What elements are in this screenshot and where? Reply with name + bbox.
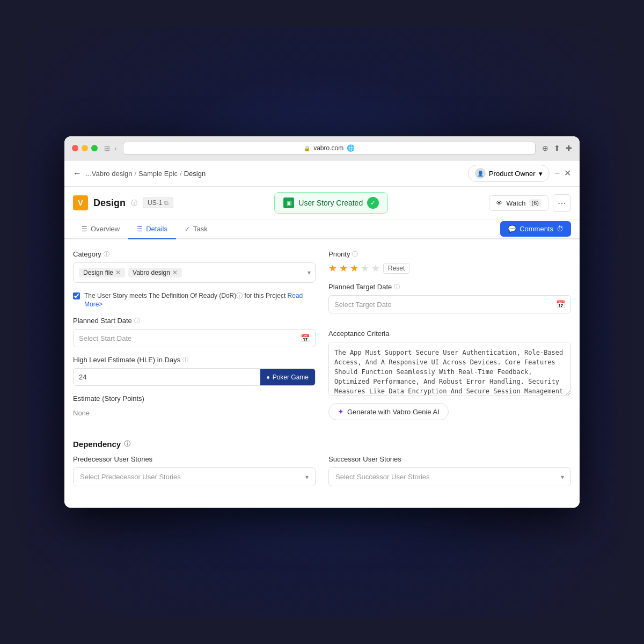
dor-checkbox[interactable] bbox=[73, 292, 80, 299]
dependency-info-icon[interactable]: ⓘ bbox=[124, 440, 130, 449]
share-icon[interactable]: ⬆ bbox=[554, 144, 560, 152]
more-options-button[interactable]: ⋯ bbox=[553, 194, 571, 212]
generate-ai-button[interactable]: ✦ Generate with Vabro Genie AI bbox=[328, 403, 449, 420]
poker-icon: ♦ bbox=[267, 374, 270, 381]
start-date-label-text: Planned Start Date bbox=[73, 317, 132, 325]
breadcrumb-vabro-design[interactable]: ...Vabro design bbox=[86, 170, 132, 178]
star-3[interactable]: ★ bbox=[350, 262, 358, 274]
dependency-title: Dependency ⓘ bbox=[73, 440, 571, 449]
hle-value-input[interactable] bbox=[74, 369, 260, 385]
dor-form-group: The User Story meets The Definition Of R… bbox=[73, 291, 316, 308]
priority-reset-button[interactable]: Reset bbox=[383, 263, 409, 274]
watch-count: (6) bbox=[529, 199, 541, 207]
read-more-link[interactable]: Read More> bbox=[84, 292, 303, 308]
star-2[interactable]: ★ bbox=[339, 262, 348, 274]
poker-game-button[interactable]: ♦ Poker Game bbox=[260, 369, 315, 385]
star-5[interactable]: ★ bbox=[371, 262, 380, 274]
predecessor-dropdown[interactable]: Select Predecessor User Stories ▾ bbox=[73, 467, 316, 486]
successor-section: Successor User Stories Select Successor … bbox=[328, 455, 571, 486]
category-label: Category ⓘ bbox=[73, 250, 316, 258]
new-tab-icon[interactable]: ✚ bbox=[566, 144, 572, 152]
minimize-traffic-light[interactable] bbox=[82, 145, 88, 151]
story-icon: ▣ bbox=[283, 197, 294, 208]
breadcrumb-sample-epic[interactable]: Sample Epic bbox=[138, 170, 178, 178]
tab-overview-label: Overview bbox=[91, 225, 120, 233]
estimate-label-text: Estimate (Story Points) bbox=[73, 394, 144, 402]
tab-task[interactable]: ✓ Task bbox=[176, 219, 216, 239]
download-icon[interactable]: ⊕ bbox=[542, 144, 548, 152]
tab-details-label: Details bbox=[146, 225, 167, 233]
copy-icon[interactable]: ⧉ bbox=[164, 200, 169, 207]
page-header: V Design ⓘ US-1 ⧉ ▣ User Story Created ✓… bbox=[64, 187, 580, 219]
breadcrumb-separator-2: / bbox=[180, 170, 182, 178]
back-arrow-icon[interactable]: ← bbox=[73, 169, 82, 178]
success-banner: ▣ User Story Created ✓ bbox=[274, 192, 388, 214]
category-dropdown-arrow: ▾ bbox=[308, 269, 311, 276]
remove-vabro-design-icon[interactable]: ✕ bbox=[172, 269, 178, 276]
tag-vabro-design-text: Vabro design bbox=[133, 269, 170, 276]
acceptance-label: Acceptance Criteria bbox=[328, 330, 571, 338]
back-browser-icon[interactable]: ‹ bbox=[114, 144, 116, 152]
comments-button[interactable]: 💬 Comments ⏱ bbox=[500, 221, 571, 237]
details-tab-icon: ☰ bbox=[137, 225, 143, 233]
generate-label: Generate with Vabro Genie AI bbox=[347, 408, 440, 416]
maximize-traffic-light[interactable] bbox=[91, 145, 98, 151]
priority-info-icon[interactable]: ⓘ bbox=[352, 250, 358, 258]
acceptance-criteria-textarea[interactable]: The App Must Support Secure User Authent… bbox=[328, 342, 571, 396]
acceptance-form-group: Acceptance Criteria The App Must Support… bbox=[328, 330, 571, 420]
traffic-lights bbox=[72, 145, 98, 151]
tab-overview[interactable]: ☰ Overview bbox=[73, 219, 128, 239]
star-4[interactable]: ★ bbox=[361, 262, 369, 274]
close-icon[interactable]: ✕ bbox=[564, 169, 571, 178]
dor-info-icon[interactable]: ⓘ bbox=[236, 292, 243, 299]
browser-window: ⊞ ‹ 🔒 vabro.com 🌐 ⊕ ⬆ ✚ ← ...Vabro desig… bbox=[64, 136, 580, 508]
star-1[interactable]: ★ bbox=[328, 262, 337, 274]
priority-label: Priority ⓘ bbox=[328, 250, 571, 258]
comments-timer-icon: ⏱ bbox=[557, 225, 564, 233]
acceptance-label-text: Acceptance Criteria bbox=[328, 330, 389, 338]
hle-label-text: High Level Estimate (HLE) in Days bbox=[73, 356, 180, 364]
success-checkmark-icon: ✓ bbox=[367, 197, 379, 209]
tabs: ☰ Overview ☰ Details ✓ Task bbox=[73, 219, 216, 238]
watch-button[interactable]: 👁 Watch (6) bbox=[489, 195, 548, 211]
estimate-value: None bbox=[73, 407, 316, 419]
start-date-info-icon[interactable]: ⓘ bbox=[134, 317, 140, 325]
tag-design-file: Design file ✕ bbox=[79, 268, 125, 277]
tag-design-file-text: Design file bbox=[83, 269, 113, 276]
successor-label-text: Successor User Stories bbox=[328, 455, 401, 463]
url-text: vabro.com bbox=[313, 144, 343, 152]
target-date-form-group: Planned Target Date ⓘ Select Target Date… bbox=[328, 283, 571, 313]
topbar-right: 👤 Product Owner ▾ − ✕ bbox=[468, 165, 571, 182]
hle-info-icon[interactable]: ⓘ bbox=[182, 356, 188, 364]
category-info-icon[interactable]: ⓘ bbox=[104, 250, 109, 258]
dependency-label-text: Dependency bbox=[73, 440, 121, 449]
successor-dropdown-arrow: ▾ bbox=[561, 473, 564, 481]
successor-label: Successor User Stories bbox=[328, 455, 571, 463]
dor-text: The User Story meets The Definition Of R… bbox=[84, 291, 316, 308]
target-date-label: Planned Target Date ⓘ bbox=[328, 283, 571, 291]
target-date-input[interactable]: Select Target Date 📅 bbox=[328, 295, 571, 313]
successor-placeholder: Select Successor User Stories bbox=[335, 473, 430, 481]
tab-details[interactable]: ☰ Details bbox=[128, 219, 176, 239]
breadcrumb-separator-1: / bbox=[134, 170, 136, 178]
close-traffic-light[interactable] bbox=[72, 145, 78, 151]
hle-input-group: ♦ Poker Game bbox=[73, 368, 316, 386]
minimize-icon[interactable]: − bbox=[555, 169, 560, 178]
ai-sparkle-icon: ✦ bbox=[338, 407, 344, 416]
start-date-placeholder: Select Start Date bbox=[79, 334, 131, 342]
start-date-input[interactable]: Select Start Date 📅 bbox=[73, 329, 316, 347]
address-bar[interactable]: 🔒 vabro.com 🌐 bbox=[123, 142, 536, 155]
window-controls: − ✕ bbox=[555, 169, 571, 178]
page-actions: 👁 Watch (6) ⋯ bbox=[489, 194, 571, 212]
priority-label-text: Priority bbox=[328, 250, 350, 258]
hle-label: High Level Estimate (HLE) in Days ⓘ bbox=[73, 356, 316, 364]
target-date-info-icon[interactable]: ⓘ bbox=[394, 283, 400, 291]
remove-design-file-icon[interactable]: ✕ bbox=[115, 269, 121, 276]
grid-icon[interactable]: ⊞ bbox=[104, 144, 110, 152]
successor-dropdown[interactable]: Select Successor User Stories ▾ bbox=[328, 467, 571, 486]
success-text: User Story Created bbox=[298, 199, 363, 207]
product-owner-button[interactable]: 👤 Product Owner ▾ bbox=[468, 165, 550, 182]
title-info-icon[interactable]: ⓘ bbox=[131, 199, 137, 208]
category-multi-select[interactable]: Design file ✕ Vabro design ✕ ▾ bbox=[73, 262, 316, 283]
dependency-section: Dependency ⓘ Predecessor User Stories Se… bbox=[73, 440, 571, 486]
